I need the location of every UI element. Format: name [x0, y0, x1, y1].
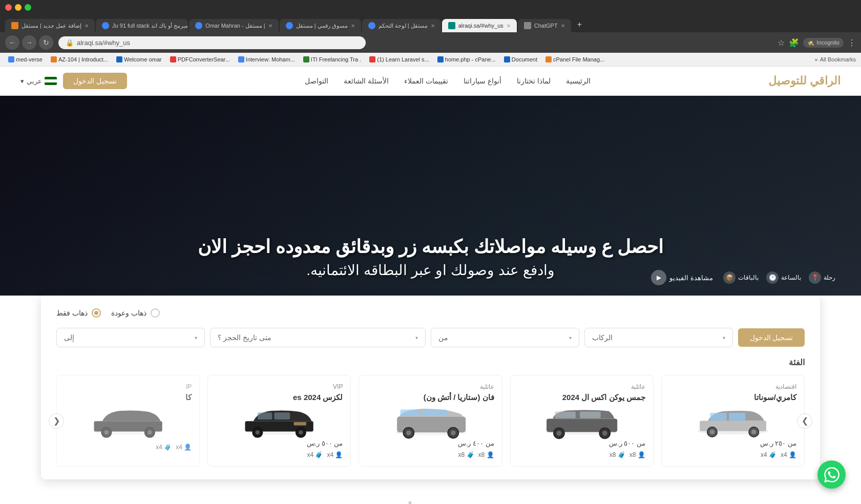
tab-close-7[interactable]: ✕	[561, 23, 565, 29]
car-price-1: من ٢٥٠ ر.س	[669, 439, 796, 447]
browser-tab-2[interactable]: Ju 91 full stack مبرمج أو باك اند ✕	[96, 19, 188, 32]
lang-chevron: ▾	[20, 77, 24, 85]
menu-icon[interactable]: ⋮	[848, 38, 856, 48]
title-bar	[0, 0, 861, 15]
bookmark-label-9: Document	[512, 56, 537, 62]
forward-button[interactable]: →	[22, 35, 36, 50]
bookmark-iti[interactable]: ITI Freelancing Tra .	[300, 55, 364, 64]
hero-badge-trip[interactable]: 📍 رحلة	[809, 271, 835, 284]
nav-login-button[interactable]: تسجيل الدخول	[63, 73, 127, 89]
url-bar[interactable]: 🔒 alraqi.sa/#why_us	[58, 36, 366, 49]
hero-badge-packages[interactable]: 📦 بالباقات	[723, 271, 759, 284]
svg-rect-14	[555, 412, 576, 418]
bookmark-interview[interactable]: Interview: Moham...	[235, 55, 298, 64]
maximize-btn[interactable]	[25, 4, 31, 11]
passengers-select[interactable]: ▾ الركاب	[584, 328, 733, 347]
browser-tab-6[interactable]: alraqi.sa/#why_us ✕	[442, 19, 517, 32]
svg-point-38	[148, 430, 152, 434]
tab-favicon-3	[195, 22, 202, 29]
bookmarks-more[interactable]: » All Bookmarks	[815, 56, 856, 62]
badge-hourly-label: بالساعة	[781, 274, 801, 281]
bookmark-favicon-3	[116, 56, 122, 62]
browser-tab-7[interactable]: ChatGPT ✕	[518, 19, 571, 32]
nav-link-home[interactable]: الرئيسية	[566, 77, 591, 85]
footer-logo: مستقل خدماتنا	[397, 499, 464, 505]
refresh-button[interactable]: ↻	[39, 35, 53, 50]
bookmark-homephp[interactable]: home.php - cPane...	[434, 55, 499, 64]
bookmark-star-icon[interactable]: ☆	[778, 38, 785, 48]
bookmark-med-verse[interactable]: med-verse	[5, 55, 46, 64]
tab-close-3[interactable]: ✕	[268, 23, 272, 29]
passengers-chevron: ▾	[723, 335, 725, 341]
bookmark-pdf[interactable]: PDFConverterSear...	[167, 55, 233, 64]
bookmark-label-10: cPanel File Manag...	[553, 56, 604, 62]
svg-point-19	[406, 430, 411, 435]
from-select[interactable]: ▾ من	[431, 328, 579, 347]
bookmark-welcome[interactable]: Welcome omar	[113, 55, 165, 64]
car-card-vip[interactable]: VIP لكزس es 2024	[207, 375, 351, 467]
bookmark-laravel[interactable]: (1) Learn Laravel s...	[366, 55, 432, 64]
car-card-ip[interactable]: IP كا	[56, 375, 200, 467]
address-actions: ☆ 🧩 🕵 Incognito ⋮	[778, 38, 856, 48]
site-logo[interactable]: الراقي للتوصيل	[768, 74, 841, 88]
one-way-radio[interactable]	[92, 308, 101, 318]
seats-3: 👤 x8	[478, 451, 494, 458]
tab-favicon-7	[524, 22, 531, 29]
date-select[interactable]: ▾ متى تاريخ الحجز ؟	[210, 328, 425, 347]
clock-icon: 🕐	[766, 271, 779, 284]
lang-label: عربي	[27, 77, 42, 85]
car-card-economy[interactable]: اقتصادية كامري/سوناتا	[661, 375, 805, 467]
browser-tab-1[interactable]: إضافة عمل جديد | مستقل ✕	[5, 19, 95, 32]
round-trip-radio[interactable]	[151, 308, 160, 318]
extensions-icon[interactable]: 🧩	[789, 38, 799, 48]
car-features-4: 👤 x4 🧳 x4	[216, 451, 343, 458]
car-card-van[interactable]: عائلية فان (ستاريا / أتش ون)	[359, 375, 502, 467]
tab-label-7: ChatGPT	[534, 23, 558, 29]
bookmark-az104[interactable]: AZ-104 | Introduct...	[48, 55, 111, 64]
car-category-1: اقتصادية	[669, 383, 796, 390]
browser-tab-3[interactable]: Omar Mahran - مستقل | ✕	[189, 19, 279, 32]
cars-prev-arrow[interactable]: ❮	[49, 413, 64, 429]
new-tab-button[interactable]: +	[572, 17, 587, 32]
window-controls	[5, 4, 31, 11]
watch-video-button[interactable]: ▶ مشاهدة الفيديو	[651, 270, 713, 285]
tab-close-1[interactable]: ✕	[85, 23, 89, 29]
nav-link-faq[interactable]: الأسئلة الشائعة	[344, 77, 389, 85]
car-price-2: من ٥٠٠ ر.س	[518, 439, 645, 447]
nav-link-contact[interactable]: التواصل	[305, 77, 328, 85]
one-way-option[interactable]: ذهاب فقط	[56, 308, 101, 318]
browser-tab-5[interactable]: مستقل | لوحة التحكم ✕	[362, 19, 441, 32]
hero-badge-hourly[interactable]: 🕐 بالساعة	[766, 271, 801, 284]
bookmark-favicon-7	[369, 56, 375, 62]
car-category-3: عائلية	[367, 383, 494, 390]
tab-close-6[interactable]: ✕	[507, 23, 511, 29]
tab-close-4[interactable]: ✕	[351, 23, 355, 29]
to-select[interactable]: ▾ إلى	[56, 328, 205, 347]
round-trip-option[interactable]: ذهاب وعودة	[111, 308, 160, 318]
seats-1: 👤 x4	[781, 451, 796, 458]
back-button[interactable]: ←	[5, 35, 19, 50]
language-switcher[interactable]: عربي ▾	[20, 77, 57, 85]
car-card-family-gmc[interactable]: عائلية جمس يوكن اكس ال 2024	[510, 375, 654, 467]
bookmark-label-7: (1) Learn Laravel s...	[377, 56, 429, 62]
bookmark-favicon-4	[170, 56, 176, 62]
svg-rect-23	[422, 410, 447, 416]
bags-3: 🧳 x8	[458, 451, 474, 458]
cars-next-arrow[interactable]: ❯	[797, 413, 812, 429]
nav-link-why[interactable]: لماذا تختارنا	[517, 77, 551, 85]
close-btn[interactable]	[5, 4, 12, 11]
booking-submit-button[interactable]: تسجيل الدخول	[738, 328, 805, 347]
nav-link-cars[interactable]: أنواع سياراتنا	[464, 77, 501, 85]
whatsapp-icon	[824, 467, 839, 482]
booking-widget: ذهاب وعودة ذهاب فقط تسجيل الدخول ▾ الركا…	[41, 296, 820, 479]
badge-trip-label: رحلة	[824, 274, 835, 281]
tab-close-5[interactable]: ✕	[431, 23, 435, 29]
location-icon: 📍	[809, 271, 821, 284]
bookmark-cpanel[interactable]: cPanel File Manag...	[542, 55, 607, 64]
car-category-5: IP	[65, 383, 192, 390]
browser-tab-4[interactable]: مسوق رقمي | مستقل ✕	[280, 19, 361, 32]
minimize-btn[interactable]	[15, 4, 22, 11]
nav-link-reviews[interactable]: تقييمات العملاء	[404, 77, 448, 85]
whatsapp-button[interactable]	[817, 460, 846, 489]
bookmark-document[interactable]: Document	[501, 55, 540, 64]
